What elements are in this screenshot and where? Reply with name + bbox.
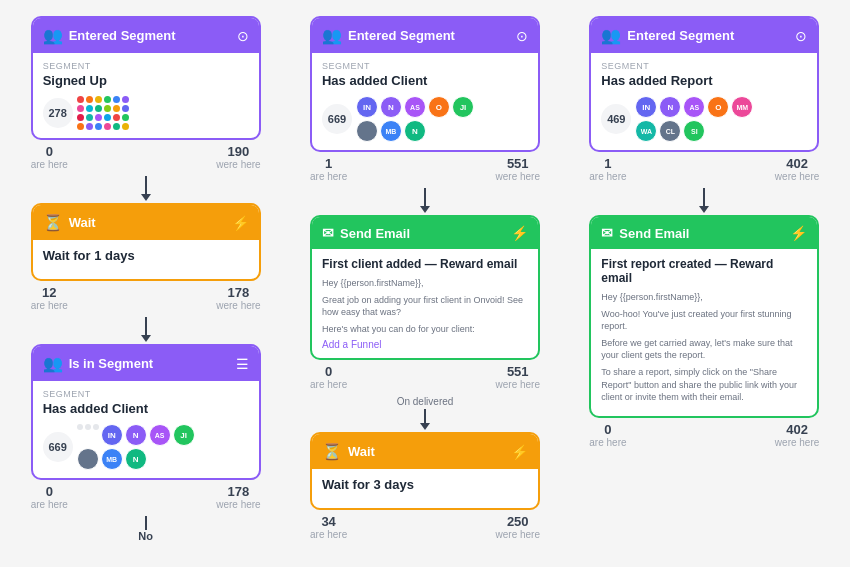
arrow-1: [141, 176, 151, 201]
column-1: 👥 Entered Segment ⊙ SEGMENT Signed Up 27…: [16, 16, 275, 551]
stat-right: 178 were here: [216, 285, 260, 311]
column-2: 👥 Entered Segment ⊙ SEGMENT Has added Cl…: [295, 16, 554, 551]
avatar: N: [659, 96, 681, 118]
avatars-row: 278: [43, 96, 249, 130]
dot-grid: [77, 96, 137, 130]
stat-left: 0 are here: [310, 364, 347, 390]
stat-label: are here: [31, 159, 68, 170]
card-body: SEGMENT Has added Report 469 IN N AS O M…: [591, 53, 817, 150]
stat-label: are here: [31, 300, 68, 311]
arrow-3: [420, 188, 430, 213]
send-email-card-2[interactable]: ✉ Send Email ⚡ First client added — Rewa…: [310, 215, 540, 360]
person-icon: 👥: [601, 26, 621, 45]
wait-card-2[interactable]: ⏳ Wait ⚡ Wait for 3 days: [310, 432, 540, 510]
avatar: AS: [683, 96, 705, 118]
stat-left: 34 are here: [310, 514, 347, 540]
canvas: 👥 Entered Segment ⊙ SEGMENT Signed Up 27…: [0, 0, 850, 567]
avatar: O: [428, 96, 450, 118]
email-preview-line-1: Hey {{person.firstName}},: [322, 277, 528, 290]
stat-label: are here: [310, 379, 347, 390]
header-left: 👥 Is in Segment: [43, 354, 154, 373]
card-title: Wait: [348, 444, 375, 459]
segment-value: Has added Report: [601, 73, 807, 88]
column-3: 👥 Entered Segment ⊙ SEGMENT Has added Re…: [575, 16, 834, 551]
card-header: 👥 Entered Segment ⊙: [591, 18, 817, 53]
stat-label: were here: [775, 171, 819, 182]
email-icon: ✉: [322, 225, 334, 241]
stats-row-2c: 34 are here 250 were here: [310, 510, 540, 544]
entered-segment-card-1[interactable]: 👥 Entered Segment ⊙ SEGMENT Signed Up 27…: [31, 16, 261, 140]
avatar: AS: [404, 96, 426, 118]
stat-num: 12: [31, 285, 68, 300]
entered-segment-card-2[interactable]: 👥 Entered Segment ⊙ SEGMENT Has added Cl…: [310, 16, 540, 152]
dot: [104, 105, 111, 112]
dot: [86, 123, 93, 130]
card-header: ⏳ Wait ⚡: [312, 434, 538, 469]
header-left: ⏳ Wait: [43, 213, 96, 232]
stat-label: were here: [216, 300, 260, 311]
avatar: IN: [356, 96, 378, 118]
arrow-line: [145, 176, 147, 194]
header-left: 👥 Entered Segment: [43, 26, 176, 45]
email-preview-line-3: Before we get carried away, let's make s…: [601, 337, 807, 362]
dot: [95, 123, 102, 130]
card-title: Send Email: [340, 226, 410, 241]
card-body: First report created — Reward email Hey …: [591, 249, 817, 416]
segment-value: Has added Client: [322, 73, 528, 88]
card-body: First client added — Reward email Hey {{…: [312, 249, 538, 358]
dot: [104, 123, 111, 130]
add-funnel-link[interactable]: Add a Funnel: [322, 339, 528, 350]
stat-left: 0 are here: [589, 422, 626, 448]
email-subject: First report created — Reward email: [601, 257, 807, 285]
card-title: Entered Segment: [627, 28, 734, 43]
header-left: 👥 Entered Segment: [322, 26, 455, 45]
stat-num: 190: [216, 144, 260, 159]
stat-label: were here: [216, 499, 260, 510]
wait-value: Wait for 1 days: [43, 248, 249, 263]
stat-right: 551 were here: [496, 156, 540, 182]
stat-num: 178: [216, 484, 260, 499]
avatars-row: 469 IN N AS O MM WA CL SI: [601, 96, 807, 142]
stat-num: 551: [496, 364, 540, 379]
settings-icon[interactable]: ⊙: [237, 28, 249, 44]
stat-right: 190 were here: [216, 144, 260, 170]
card-header: 👥 Is in Segment ☰: [33, 346, 259, 381]
stat-right: 402 were here: [775, 156, 819, 182]
dot: [93, 424, 99, 430]
wait-card-1[interactable]: ⏳ Wait ⚡ Wait for 1 days: [31, 203, 261, 281]
card-header: 👥 Entered Segment ⊙: [312, 18, 538, 53]
dot: [77, 123, 84, 130]
stat-right: 402 were here: [775, 422, 819, 448]
dot: [122, 123, 129, 130]
entered-segment-card-3[interactable]: 👥 Entered Segment ⊙ SEGMENT Has added Re…: [589, 16, 819, 152]
stat-label: were here: [496, 171, 540, 182]
card-header: ⏳ Wait ⚡: [33, 205, 259, 240]
arrow-2: [141, 317, 151, 342]
card-header: ✉ Send Email ⚡: [312, 217, 538, 249]
stats-row-1a: 0 are here 190 were here: [31, 140, 261, 174]
send-email-card-3[interactable]: ✉ Send Email ⚡ First report created — Re…: [589, 215, 819, 418]
avatar: MB: [101, 448, 123, 470]
wait-icon: ⏳: [43, 213, 63, 232]
stat-num: 34: [310, 514, 347, 529]
dot: [77, 424, 83, 430]
card-header: 👥 Entered Segment ⊙: [33, 18, 259, 53]
dot: [104, 114, 111, 121]
dot: [113, 105, 120, 112]
email-icon: ✉: [601, 225, 613, 241]
avatar: JI: [173, 424, 195, 446]
settings-icon[interactable]: ⊙: [516, 28, 528, 44]
dot: [85, 424, 91, 430]
avatar: MB: [380, 120, 402, 142]
settings-icon[interactable]: ⊙: [795, 28, 807, 44]
filter-icon[interactable]: ☰: [236, 356, 249, 372]
stats-row-3a: 1 are here 402 were here: [589, 152, 819, 186]
is-in-segment-card[interactable]: 👥 Is in Segment ☰ SEGMENT Has added Clie…: [31, 344, 261, 480]
avatar: CL: [659, 120, 681, 142]
segment-label: SEGMENT: [43, 61, 249, 71]
avatar: N: [125, 424, 147, 446]
dot: [77, 96, 84, 103]
card-title: Wait: [69, 215, 96, 230]
stat-left: 1 are here: [310, 156, 347, 182]
segment-label: SEGMENT: [322, 61, 528, 71]
